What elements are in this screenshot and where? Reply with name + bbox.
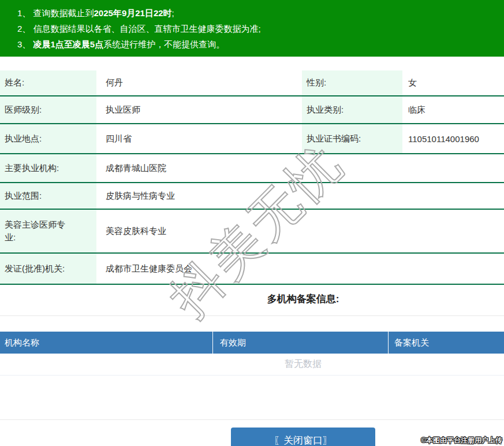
field-value: 皮肤病与性病专业	[96, 183, 504, 209]
field-value: 四川省	[96, 124, 302, 153]
table-row: 姓名: 何丹 性别: 女	[0, 70, 504, 96]
notice-text-bold: 凌晨1点至凌晨5点	[33, 39, 104, 49]
field-value: 成都青城山医院	[96, 154, 504, 182]
field-value: 成都市卫生健康委员会	[96, 254, 504, 284]
field-label: 发证(批准)机关:	[0, 254, 96, 284]
practitioner-info-table: 姓名: 何丹 性别: 女 医师级别: 执业医师 执业类别: 临床 执业地点: 四…	[0, 70, 504, 285]
field-label: 执业类别:	[302, 96, 402, 123]
table-row: 医师级别: 执业医师 执业类别: 临床	[0, 96, 504, 124]
field-label: 执业证书编码:	[302, 124, 402, 153]
field-value: 美容皮肤科专业	[96, 210, 504, 252]
table-row: 主要执业机构: 成都青城山医院	[0, 154, 504, 183]
field-value: 110510114001960	[402, 124, 504, 153]
field-label: 执业地点:	[0, 124, 96, 153]
field-label: 美容主诊医师专业:	[0, 210, 96, 252]
notice-banner: 1、 查询数据截止到2025年9月21日22时; 2、 信息数据结果以各省、自治…	[0, 0, 504, 57]
notice-text-bold: 2025年9月21日22时	[94, 8, 172, 18]
header-cell-institution: 机构名称	[0, 332, 213, 354]
table-row: 美容主诊医师专业: 美容皮肤科专业	[0, 210, 504, 254]
field-value: 何丹	[96, 70, 302, 95]
filing-table-header: 机构名称 有效期 备案机关	[0, 332, 504, 354]
header-cell-validity: 有效期	[213, 332, 389, 354]
field-label: 医师级别:	[0, 96, 96, 123]
notice-line: 1、 查询数据截止到2025年9月21日22时;	[17, 5, 504, 21]
table-row: 执业地点: 四川省 执业证书编码: 110510114001960	[0, 124, 504, 154]
notice-text: 系统进行维护，不能提供查询。	[103, 39, 225, 49]
field-label: 性别:	[302, 70, 402, 95]
field-label: 姓名:	[0, 70, 96, 95]
field-value: 女	[402, 70, 504, 95]
notice-text: 1、 查询数据截止到	[17, 8, 94, 18]
field-label: 执业范围:	[0, 183, 96, 209]
divider-line	[0, 315, 504, 316]
notice-text: 2、 信息数据结果以各省、自治区、直辖市卫生健康委数据为准;	[17, 24, 261, 34]
divider-line	[0, 419, 504, 420]
table-row: 发证(批准)机关: 成都市卫生健康委员会	[0, 254, 504, 285]
notice-line: 2、 信息数据结果以各省、自治区、直辖市卫生健康委数据为准;	[17, 21, 504, 36]
close-window-button[interactable]: 〖关闭窗口〗	[231, 428, 375, 446]
table-row: 执业范围: 皮肤病与性病专业	[0, 183, 504, 210]
empty-state: 暂无数据	[0, 354, 504, 376]
field-value: 临床	[402, 96, 504, 123]
header-cell-authority: 备案机关	[389, 332, 504, 354]
notice-text: 3、	[17, 39, 33, 49]
filing-section-title: 多机构备案信息:	[0, 292, 504, 306]
upload-caption: ©本图由平台注册用户上传	[421, 436, 502, 445]
notice-text: ;	[172, 8, 174, 18]
field-label: 主要执业机构:	[0, 154, 96, 182]
notice-line: 3、 凌晨1点至凌晨5点系统进行维护，不能提供查询。	[17, 36, 504, 52]
field-value: 执业医师	[96, 96, 302, 123]
field-label-text: 美容主诊医师专业:	[5, 218, 69, 244]
page-container: 1、 查询数据截止到2025年9月21日22时; 2、 信息数据结果以各省、自治…	[0, 0, 504, 446]
